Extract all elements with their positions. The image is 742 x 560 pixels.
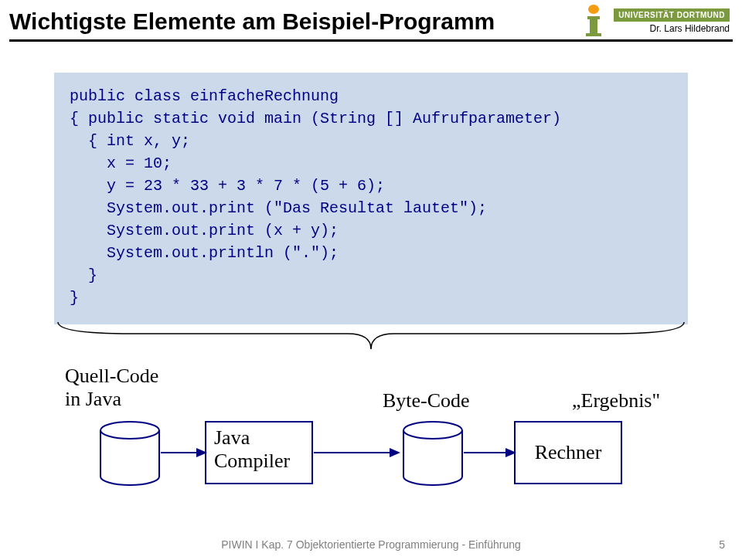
svg-rect-2 <box>590 16 597 33</box>
page-title: Wichtigste Elemente am Beispiel-Programm <box>9 4 580 35</box>
code-line: y = 23 * 33 + 3 * 7 * (5 + 6); <box>70 177 385 195</box>
source-code-label: Quell-Code in Java <box>65 365 158 411</box>
arrow-line <box>464 452 507 453</box>
svg-point-5 <box>403 422 462 439</box>
university-name: UNIVERSITÄT DORTMUND <box>614 8 730 22</box>
compilation-diagram: Quell-Code in Java Byte-Code „Ergebnis" … <box>54 324 688 510</box>
author-name: Dr. Lars Hildebrand <box>614 23 730 34</box>
code-example: public class einfacheRechnung { public s… <box>54 73 688 324</box>
page-number: 5 <box>719 538 725 551</box>
slide-header: Wichtigste Elemente am Beispiel-Programm… <box>0 0 742 38</box>
university-logo: UNIVERSITÄT DORTMUND Dr. Lars Hildebrand <box>614 8 730 34</box>
result-label: „Ergebnis" <box>572 389 660 412</box>
code-line: public class einfacheRechnung <box>70 87 339 105</box>
arrow-line <box>161 452 198 453</box>
svg-point-4 <box>100 422 159 439</box>
cylinder-icon <box>99 421 161 487</box>
header-branding: UNIVERSITÄT DORTMUND Dr. Lars Hildebrand <box>580 4 730 38</box>
code-line: } <box>70 289 79 307</box>
arrow-head-icon <box>390 448 400 457</box>
header-divider <box>9 39 733 42</box>
information-i-icon <box>580 4 608 38</box>
code-line: { public static void main (String [] Auf… <box>70 110 561 127</box>
code-line: System.out.print ("Das Resultat lautet")… <box>70 199 487 217</box>
code-line: x = 10; <box>70 154 172 172</box>
code-line: } <box>70 266 97 284</box>
slide-footer: PIWIN I Kap. 7 Objektorientierte Program… <box>0 538 742 551</box>
curly-brace-icon <box>54 318 688 357</box>
compiler-box: Java Compiler <box>205 421 313 484</box>
cylinder-icon <box>402 421 464 487</box>
arrow-line <box>314 452 391 453</box>
svg-rect-3 <box>586 33 601 36</box>
computer-box: Rechner <box>514 421 622 484</box>
code-line: System.out.println ("."); <box>70 244 339 262</box>
svg-point-0 <box>588 5 599 14</box>
code-line: System.out.print (x + y); <box>70 222 339 239</box>
byte-code-label: Byte-Code <box>383 389 470 412</box>
code-line: { int x, y; <box>70 132 190 150</box>
